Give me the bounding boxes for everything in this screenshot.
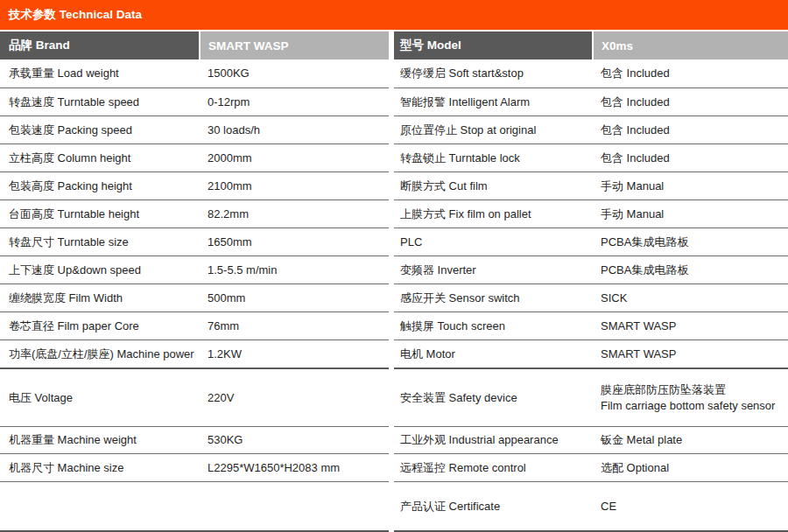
spec-value: 1500KG	[208, 66, 389, 81]
spec-label: 原位置停止 Stop at original	[394, 122, 601, 138]
spec-value: 手动 Manual	[601, 178, 788, 194]
spec-row: 缓停缓启 Soft start&stop包含 Included	[394, 60, 788, 88]
model-header-value: X0ms	[602, 39, 633, 52]
spec-row: 机器重量 Machine weight530KG	[0, 426, 389, 453]
spec-row: 转盘尺寸 Turntable size1650mm	[0, 228, 389, 256]
spec-label: 上下速度 Up&down speed	[0, 262, 208, 278]
spec-value: 30 loads/h	[208, 122, 389, 138]
spec-value: SMART WASP	[601, 318, 788, 334]
table-header-row: 品牌 Brand SMART WASP 型号 Model X0ms	[0, 32, 788, 60]
spec-label: 立柱高度 Column height	[0, 150, 208, 166]
spec-value: 220V	[208, 390, 389, 406]
spec-row: 台面高度 Turntable height82.2mm	[0, 200, 389, 228]
spec-label: 包装高度 Packing height	[0, 178, 208, 194]
spec-label: 转盘尺寸 Turntable size	[0, 234, 208, 250]
spec-row: 智能报警 Intelligent Alarm包含 Included	[394, 88, 788, 116]
spec-label: 缠绕膜宽度 Film Width	[0, 290, 208, 306]
spec-value: 76mm	[208, 318, 389, 334]
spec-label: PLC	[394, 235, 601, 248]
spec-label: 感应开关 Sensor switch	[394, 290, 601, 306]
title-bar: 技术参数 Technical Data	[0, 0, 788, 30]
spec-value: L2295*W1650*H2083 mm	[208, 460, 389, 476]
spec-row-empty	[0, 481, 389, 530]
spec-value: 包含 Included	[601, 66, 788, 81]
spec-label: 安全装置 Safety device	[394, 390, 601, 406]
spec-label: 变频器 Inverter	[394, 262, 601, 278]
spec-label: 远程遥控 Remote control	[394, 460, 601, 476]
spec-row: 转盘速度 Turntable speed0-12rpm	[0, 88, 389, 116]
spec-value: 530KG	[208, 432, 389, 448]
spec-row: 承载重量 Load weight1500KG	[0, 60, 389, 88]
spec-value: 0-12rpm	[208, 94, 389, 110]
spec-row: 包装速度 Packing speed30 loads/h	[0, 116, 389, 144]
spec-label: 断膜方式 Cut film	[394, 178, 601, 194]
spec-row: 感应开关 Sensor switchSICK	[394, 284, 788, 312]
spec-label: 产品认证 Certificate	[394, 499, 601, 514]
spec-value: SICK	[601, 290, 788, 306]
model-value-cell: X0ms	[594, 32, 788, 60]
spec-label: 转盘锁止 Turntable lock	[394, 150, 601, 166]
spec-value: CE	[601, 499, 788, 514]
spec-label: 触摸屏 Touch screen	[394, 318, 601, 334]
spec-row: 立柱高度 Column height2000mm	[0, 144, 389, 172]
spec-value: 1650mm	[208, 234, 389, 250]
spec-row: 变频器 InverterPCBA集成电路板	[394, 256, 788, 284]
spec-row: 机器尺寸 Machine sizeL2295*W1650*H2083 mm	[0, 453, 389, 481]
spec-row: 上下速度 Up&down speed1.5-5.5 m/min	[0, 256, 389, 284]
spec-value: 2000mm	[208, 150, 389, 166]
spec-label: 缓停缓启 Soft start&stop	[394, 66, 601, 81]
spec-value: PCBA集成电路板	[601, 234, 788, 250]
spec-value: 包含 Included	[601, 150, 788, 166]
spec-label: 电压 Voltage	[0, 390, 208, 406]
spec-value: 500mm	[208, 290, 389, 306]
spec-row: 电机 MotorSMART WASP	[394, 340, 788, 368]
spec-label: 包装速度 Packing speed	[0, 122, 208, 138]
spec-value: 膜座底部防压防坠落装置 Film carriage bottom safety …	[601, 382, 788, 413]
brand-header-cell: 品牌 Brand	[0, 32, 199, 60]
spec-row: 远程遥控 Remote control选配 Optional	[394, 453, 788, 481]
spec-value: SMART WASP	[601, 346, 788, 362]
brand-value-cell: SMART WASP	[201, 32, 389, 60]
spec-label: 功率(底盘/立柱/膜座) Machine power	[0, 346, 208, 362]
spec-row: 原位置停止 Stop at original包含 Included	[394, 116, 788, 144]
spec-label: 工业外观 Industrial appearance	[394, 432, 601, 448]
spec-label: 转盘速度 Turntable speed	[0, 94, 208, 110]
spec-row: 产品认证 CertificateCE	[394, 481, 788, 530]
spec-value: 选配 Optional	[601, 460, 788, 476]
model-header-label: 型号 Model	[400, 38, 461, 53]
technical-data-sheet: 技术参数 Technical Data 品牌 Brand SMART WASP …	[0, 0, 788, 532]
spec-label: 承载重量 Load weight	[0, 66, 208, 81]
page-title: 技术参数 Technical Data	[9, 7, 142, 23]
spec-row: 功率(底盘/立柱/膜座) Machine power1.2KW	[0, 340, 389, 368]
spec-row: 卷芯直径 Film paper Core76mm	[0, 312, 389, 340]
spec-value: 钣金 Metal plate	[601, 432, 788, 448]
spec-row: 工业外观 Industrial appearance钣金 Metal plate	[394, 426, 788, 453]
spec-value: 包含 Included	[601, 122, 788, 138]
spec-row: 缠绕膜宽度 Film Width500mm	[0, 284, 389, 312]
spec-row: 包装高度 Packing height2100mm	[0, 172, 389, 200]
spec-row: 断膜方式 Cut film手动 Manual	[394, 172, 788, 200]
spec-value: 1.5-5.5 m/min	[208, 262, 389, 278]
spec-label: 上膜方式 Fix film on pallet	[394, 206, 601, 222]
spec-row: 安全装置 Safety device膜座底部防压防坠落装置 Film carri…	[394, 368, 788, 426]
spec-value: 2100mm	[208, 178, 389, 194]
spec-row: PLCPCBA集成电路板	[394, 228, 788, 256]
left-spec-table: 承载重量 Load weight1500KG 转盘速度 Turntable sp…	[0, 60, 389, 532]
spec-tables: 承载重量 Load weight1500KG 转盘速度 Turntable sp…	[0, 60, 788, 532]
spec-row: 电压 Voltage220V	[0, 368, 389, 426]
spec-row: 转盘锁止 Turntable lock包含 Included	[394, 144, 788, 172]
spec-value: 包含 Included	[601, 94, 788, 110]
spec-label: 机器尺寸 Machine size	[0, 460, 208, 476]
right-spec-table: 缓停缓启 Soft start&stop包含 Included 智能报警 Int…	[394, 60, 788, 532]
spec-value: 1.2KW	[208, 346, 389, 362]
spec-row: 上膜方式 Fix film on pallet手动 Manual	[394, 200, 788, 228]
spec-value: 82.2mm	[208, 206, 389, 222]
model-header-cell: 型号 Model	[394, 32, 592, 60]
spec-label: 智能报警 Intelligent Alarm	[394, 94, 601, 110]
spec-label: 卷芯直径 Film paper Core	[0, 318, 208, 334]
spec-row: 触摸屏 Touch screenSMART WASP	[394, 312, 788, 340]
spec-value: PCBA集成电路板	[601, 262, 788, 278]
brand-header-value: SMART WASP	[208, 39, 289, 52]
brand-header-label: 品牌 Brand	[9, 38, 70, 53]
spec-label: 机器重量 Machine weight	[0, 432, 208, 448]
